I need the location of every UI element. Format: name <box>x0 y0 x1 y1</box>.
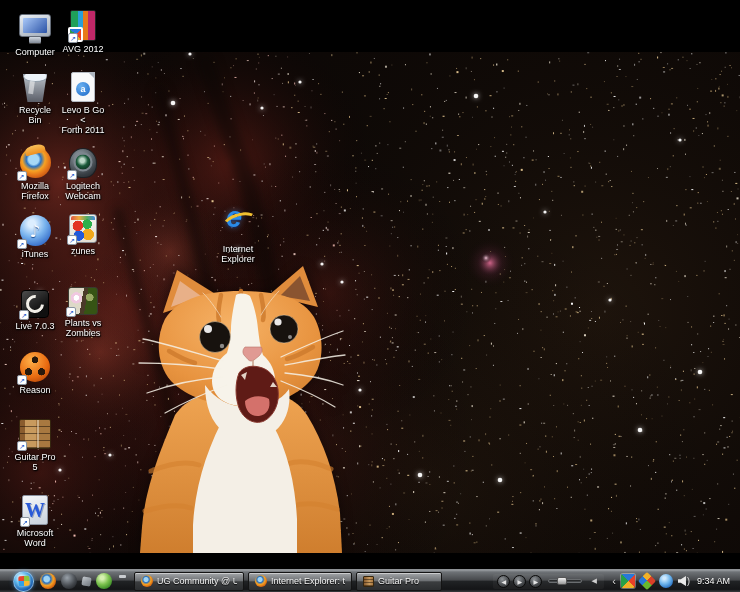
desktop-icon-label: zunes <box>71 246 95 256</box>
desktop-icon-label: Live 7.0.3 <box>15 321 54 331</box>
desktop-icon-itunes[interactable]: iTunes <box>12 210 58 259</box>
desktop-icon-internet-explorer[interactable]: InternetExplorer <box>215 205 261 264</box>
tray-expand-chevron-icon[interactable] <box>612 576 616 587</box>
pvz-icon <box>68 287 98 315</box>
shortcut-arrow-badge <box>67 170 77 180</box>
desktop-icon-label: Reason <box>19 385 50 395</box>
guitarpro-icon <box>19 419 51 449</box>
desktop-icons: ComputerAVG 2012Recycle BinLevo B Go <Fo… <box>0 0 740 592</box>
recycle-icon <box>22 71 49 102</box>
desktop-icon-label: Recycle Bin <box>12 105 58 125</box>
taskbar-task-ug-community[interactable]: UG Community @ Ul... <box>134 572 244 591</box>
desktop-icon-label: AVG 2012 <box>63 44 104 54</box>
guitarpro-icon <box>363 576 374 587</box>
computer-icon <box>19 14 51 37</box>
desktop-icon-guitar-pro-5[interactable]: Guitar Pro 5 <box>12 413 58 472</box>
avg-icon <box>70 10 96 41</box>
previous-track-button[interactable] <box>497 575 510 588</box>
taskbar-clock[interactable]: 9:34 AM <box>697 576 730 586</box>
desktop-icon-avg-2012[interactable]: AVG 2012 <box>60 5 106 54</box>
shortcut-arrow-badge <box>17 441 27 451</box>
firefox-icon <box>255 575 267 587</box>
firefox-icon <box>141 575 153 587</box>
taskbar-task-internet-explorer-the[interactable]: Internet Explorer: the... <box>248 572 352 591</box>
shortcut-arrow-badge <box>67 235 77 245</box>
desktop-icon-label: Guitar Pro 5 <box>12 452 58 472</box>
desktop-icon-label: InternetExplorer <box>221 244 255 264</box>
webcam-icon <box>69 148 97 178</box>
desktop-icon-zunes[interactable]: zunes <box>60 207 106 256</box>
next-track-button[interactable] <box>529 575 542 588</box>
colorful-tray-icon[interactable] <box>638 572 656 590</box>
shortcut-arrow-badge <box>17 375 27 385</box>
desktop-icon-label: Levo B Go <Forth 2011 <box>60 105 106 135</box>
desktop-icon-label: iTunes <box>22 249 49 259</box>
task-label: UG Community @ Ul... <box>157 576 237 586</box>
desktop-icon-label: Mozilla Firefox <box>12 181 58 201</box>
desktop-icon-plants-vs-zombies[interactable]: Plants vsZombies <box>60 279 106 338</box>
avg-tray-icon[interactable] <box>621 574 635 588</box>
doc-icon <box>71 72 95 102</box>
desktop-icon-label: LogitechWebcam <box>65 181 100 201</box>
desktop-icon-logitech-webcam[interactable]: LogitechWebcam <box>60 142 106 201</box>
blue-sphere-tray-icon[interactable] <box>659 574 673 588</box>
seek-slider-thumb[interactable] <box>557 577 567 585</box>
windows-desktop: ComputerAVG 2012Recycle BinLevo B Go <Fo… <box>0 0 740 592</box>
desktop-icon-computer[interactable]: Computer <box>12 8 58 57</box>
live-icon <box>21 290 49 318</box>
shortcut-arrow-badge <box>19 310 29 320</box>
taskbar: UG Community @ Ul...Internet Explorer: t… <box>0 569 740 592</box>
desktop-icon-live-7-0-3[interactable]: Live 7.0.3 <box>12 282 58 331</box>
shortcut-arrow-badge <box>20 517 30 527</box>
desktop-icon-microsoft-word[interactable]: MicrosoftWord <box>12 489 58 548</box>
zunes-icon <box>69 214 97 243</box>
shortcut-arrow-badge <box>68 33 78 43</box>
ie-icon <box>221 208 255 241</box>
windows-logo-icon <box>18 576 30 587</box>
desktop-icon-levo-b-go-forth-2011[interactable]: Levo B Go <Forth 2011 <box>60 66 106 135</box>
desktop-icon-mozilla-firefox[interactable]: Mozilla Firefox <box>12 142 58 201</box>
desktop-icon-label: Plants vsZombies <box>65 318 102 338</box>
firefox-icon <box>20 147 51 178</box>
dark-sphere-quicklaunch-icon[interactable] <box>61 573 77 589</box>
quicklaunch-overflow-handle[interactable] <box>119 575 126 578</box>
green-sphere-quicklaunch-icon[interactable] <box>96 573 112 589</box>
desktop-icon-label: MicrosoftWord <box>17 528 54 548</box>
start-button[interactable] <box>13 571 34 592</box>
quick-launch-bar <box>40 573 128 589</box>
task-label: Internet Explorer: the... <box>271 576 345 586</box>
task-buttons: UG Community @ Ul...Internet Explorer: t… <box>134 572 442 591</box>
volume-tray-icon[interactable] <box>678 575 689 587</box>
media-player-toolbar <box>493 574 604 589</box>
word-icon <box>22 495 48 525</box>
small-quicklaunch-icon[interactable] <box>81 576 91 586</box>
desktop-icon-recycle-bin[interactable]: Recycle Bin <box>12 66 58 125</box>
desktop-icon-reason[interactable]: Reason <box>12 346 58 395</box>
reason-icon <box>20 352 50 382</box>
task-label: Guitar Pro <box>378 576 419 586</box>
shortcut-arrow-badge <box>17 171 27 181</box>
desktop-icon-label: Computer <box>15 47 55 57</box>
firefox-quicklaunch-icon[interactable] <box>40 573 56 589</box>
shortcut-arrow-badge <box>17 239 27 249</box>
itunes-icon <box>20 215 51 246</box>
taskbar-task-guitar-pro[interactable]: Guitar Pro <box>356 572 442 591</box>
mini-volume-icon[interactable] <box>588 575 600 587</box>
play-button[interactable] <box>513 575 526 588</box>
seek-slider[interactable] <box>548 579 582 583</box>
shortcut-arrow-badge <box>66 307 76 317</box>
system-tray: 9:34 AM <box>612 574 730 588</box>
